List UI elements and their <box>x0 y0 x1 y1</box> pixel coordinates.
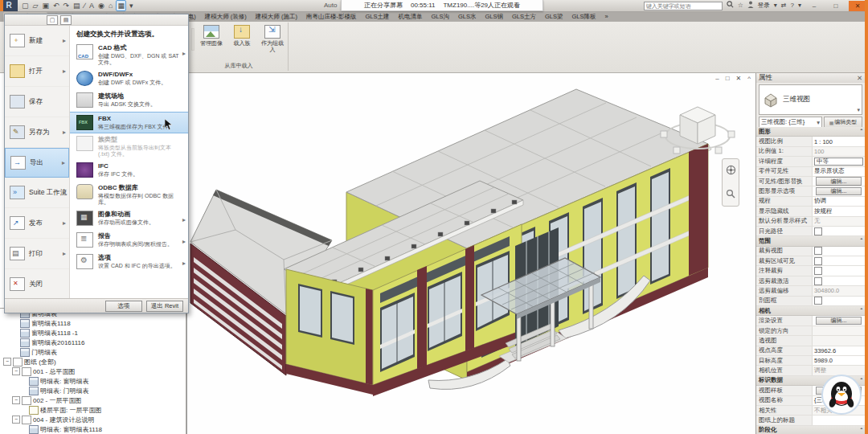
tree-item[interactable]: −004 - 建筑设计总说明 <box>0 415 186 424</box>
properties-section-阶段化[interactable]: 阶段化ˆ <box>756 426 865 434</box>
tree-item[interactable]: 窗明细表20161116 <box>0 338 186 347</box>
favorites-star-icon[interactable]: ☆ <box>738 1 743 10</box>
save-icon[interactable]: ▣ <box>41 1 50 10</box>
open-documents-icon[interactable]: ▤ <box>60 15 72 25</box>
ribbon-button-load-family[interactable]: 载入族 <box>228 25 256 53</box>
ribbon-tab-9[interactable]: GLS沟 <box>427 12 453 22</box>
ribbon-tabs-overflow-icon[interactable]: » <box>601 12 612 21</box>
export-option-image[interactable]: 图像和动画保存动画或图像文件。▸ <box>70 208 188 230</box>
tree-expand-icon[interactable]: − <box>12 367 20 375</box>
menu-item-saveas[interactable]: 另存为▸ <box>5 117 69 148</box>
sign-in-link[interactable]: 登录 <box>758 2 770 10</box>
ribbon-button-load-as-group[interactable]: 作为组载入 <box>259 25 286 53</box>
edit-type-button[interactable]: ▦ 编辑类型 <box>824 117 862 128</box>
search-icon[interactable] <box>727 1 734 11</box>
ribbon-button-manage-image[interactable]: 管理图像 <box>198 25 225 53</box>
property-checkbox[interactable] <box>814 297 822 305</box>
type-selector[interactable]: 三维视图 ▾ <box>759 84 862 115</box>
ribbon-tab-12[interactable]: GLS土方 <box>508 12 540 22</box>
tree-expand-icon[interactable]: − <box>3 358 11 366</box>
ribbon-tab-11[interactable]: GLS钢 <box>481 12 507 22</box>
property-input[interactable]: 中等 <box>814 158 863 166</box>
menu-item-save[interactable]: 保存 <box>5 87 69 117</box>
export-option-report[interactable]: 报告保存明细表或房间/面积报告。▸ <box>70 230 188 252</box>
export-option-dwf[interactable]: DWF/DWFx创建 DWF 或 DWFx 文件。 <box>70 68 188 90</box>
menu-item-export[interactable]: 导出▸ <box>5 148 69 178</box>
tree-item[interactable]: 楼层平面: 一层平面图 <box>0 405 186 415</box>
property-checkbox[interactable] <box>814 257 822 265</box>
render-icon[interactable]: ◉ <box>97 1 105 10</box>
revit-app-menu-button[interactable]: R <box>0 0 18 11</box>
open-file-icon[interactable]: ▱ <box>32 1 39 10</box>
new-file-icon[interactable]: ▢ <box>21 1 30 10</box>
tree-item[interactable]: 明细表: 门明细表 <box>0 386 186 395</box>
menu-item-publish[interactable]: 发布▸ <box>5 208 69 239</box>
ribbon-tab-7[interactable]: GLS土建 <box>361 12 393 22</box>
default-3d-view-icon[interactable]: ⌂ <box>108 1 113 10</box>
export-option-odbc[interactable]: ODBC 数据库将模型数据保存到 ODBC 数据库。 <box>70 182 188 208</box>
3d-view-canvas[interactable]: – □ ✕ ^ <box>186 72 755 434</box>
export-option-site[interactable]: 建筑场地导出 ADSK 交换文件。 <box>70 90 188 112</box>
measure-icon[interactable]: ∕ <box>84 1 87 10</box>
properties-section-图形[interactable]: 图形ˆ <box>756 127 865 137</box>
menu-item-close[interactable]: 关闭 <box>5 269 69 300</box>
view-pin-icon[interactable]: ^ <box>747 75 751 82</box>
instance-selector[interactable]: 三维视图: {三维} ▾ <box>759 117 822 128</box>
recent-documents-icon[interactable]: ▢ <box>47 15 58 25</box>
help-icon[interactable]: ? <box>791 1 794 10</box>
undo-icon[interactable]: ↶ <box>52 1 60 10</box>
properties-section-相机[interactable]: 相机ˆ <box>756 306 865 316</box>
tree-item[interactable]: 窗明细表1118 <box>0 318 186 328</box>
export-option-ifc[interactable]: IFC保存 IFC 文件。 <box>70 160 188 182</box>
export-option-opts[interactable]: 选项设置 CAD 和 IFC 的导出选项。▸ <box>70 252 188 273</box>
ribbon-tab-5[interactable]: 建模大师 (施工) <box>252 12 301 22</box>
exit-revit-button[interactable]: 退出 Revit <box>146 301 183 312</box>
type-selector-dropdown-icon[interactable]: ▾ <box>857 107 860 113</box>
minimize-button[interactable]: – <box>805 1 823 11</box>
close-button[interactable]: ✕ <box>849 1 866 11</box>
view-close-icon[interactable]: ✕ <box>736 75 742 82</box>
property-value[interactable]: 协调 <box>813 197 865 206</box>
property-value[interactable]: 5989.0 <box>813 356 865 365</box>
property-edit-button[interactable]: 编辑... <box>816 177 862 186</box>
view-minimize-icon[interactable]: – <box>715 75 719 82</box>
user-icon[interactable] <box>747 1 754 11</box>
menu-item-new[interactable]: 新建▸ <box>5 26 69 56</box>
export-option-cad[interactable]: CAD 格式创建 DWG、DXF、DGN 或 SAT 文件。▸ <box>70 42 188 68</box>
property-edit-button[interactable]: 编辑... <box>816 187 862 196</box>
steering-wheel-icon[interactable] <box>726 164 736 178</box>
property-edit-button[interactable]: 编辑... <box>816 317 862 326</box>
ribbon-tab-13[interactable]: GLS梁 <box>541 12 567 22</box>
print-icon[interactable]: ▤ <box>72 1 81 10</box>
tree-item[interactable]: −图纸 (全部) <box>0 357 186 366</box>
menu-item-print[interactable]: 打印▸ <box>5 239 69 269</box>
redo-icon[interactable]: ↷ <box>63 1 71 10</box>
search-input[interactable] <box>644 2 723 10</box>
help-dropdown-icon[interactable]: ▾ <box>798 1 801 10</box>
tree-item[interactable]: −002 - 一层平面图 <box>0 395 186 405</box>
viewcube[interactable] <box>649 89 746 162</box>
ribbon-tab-6[interactable]: 南粤山庄楼-影楼版 <box>302 12 361 22</box>
options-button[interactable]: 选项 <box>105 301 142 312</box>
property-value[interactable]: 33962.6 <box>813 346 865 355</box>
menu-item-open[interactable]: 打开▸ <box>5 56 69 87</box>
properties-section-范围[interactable]: 范围ˆ <box>756 236 865 246</box>
zoom-tool-icon[interactable] <box>726 187 735 202</box>
thin-lines-icon[interactable]: ▦ <box>116 0 126 11</box>
ribbon-tab-14[interactable]: GLS降板 <box>568 12 600 22</box>
export-option-fbx[interactable]: FBX将三维视图保存为 FBX 文件。 <box>70 112 188 133</box>
text-icon[interactable]: A <box>88 1 95 10</box>
view-restore-icon[interactable]: □ <box>726 75 730 82</box>
property-value[interactable]: 显示原状态 <box>813 167 865 176</box>
tree-expand-icon[interactable]: − <box>12 396 20 404</box>
property-value[interactable]: 1 : 100 <box>813 137 865 145</box>
tree-expand-icon[interactable]: − <box>12 416 20 424</box>
property-value[interactable]: 按规程 <box>813 207 865 215</box>
tree-item[interactable]: 窗明细表1118 -1 <box>0 328 186 338</box>
exchange-apps-icon[interactable]: ⇄ <box>781 1 787 10</box>
signin-dropdown-icon[interactable]: ▾ <box>774 1 777 10</box>
customize-qat-icon[interactable]: ▾ <box>129 1 134 10</box>
ribbon-tab-10[interactable]: GLS水 <box>454 12 481 22</box>
ribbon-tab-8[interactable]: 机电清单 <box>394 12 426 22</box>
property-checkbox[interactable] <box>814 267 822 275</box>
